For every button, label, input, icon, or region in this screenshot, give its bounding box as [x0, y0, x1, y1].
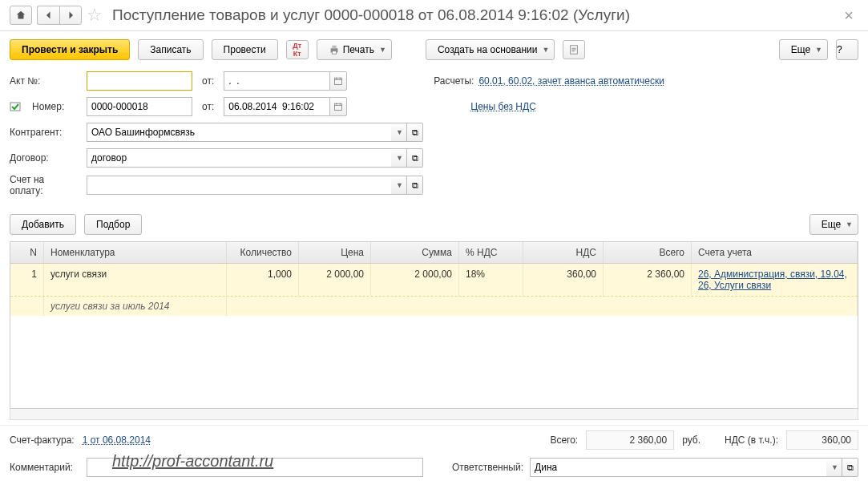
dropdown-button[interactable]: ▼: [391, 148, 407, 168]
open-icon: ⧉: [412, 153, 418, 164]
forward-button[interactable]: [59, 6, 82, 25]
save-button[interactable]: Записать: [138, 39, 203, 60]
table-row[interactable]: 1 услуги связи 1,000 2 000,00 2 000,00 1…: [10, 264, 858, 296]
number-input[interactable]: [87, 97, 192, 116]
page-title: Поступление товаров и услуг 0000-000018 …: [112, 6, 834, 24]
calendar-button[interactable]: [329, 71, 347, 91]
currency-label: руб.: [682, 434, 700, 446]
chevron-down-icon: ▼: [542, 46, 549, 54]
print-button[interactable]: Печать ▼: [317, 39, 392, 60]
vat-total-value: 360,00: [786, 430, 858, 450]
svg-rect-5: [10, 103, 20, 111]
comment-label: Комментарий:: [10, 462, 80, 473]
printer-icon: [329, 44, 340, 55]
doc-date-input[interactable]: [224, 97, 329, 116]
contract-label: Договор:: [10, 152, 80, 164]
open-button[interactable]: ⧉: [407, 123, 423, 142]
contractor-label: Контрагент:: [10, 127, 80, 138]
chevron-down-icon: ▼: [396, 154, 403, 162]
help-button[interactable]: ?: [836, 39, 858, 60]
calendar-icon: [333, 76, 343, 86]
home-button[interactable]: [10, 6, 32, 25]
from-label: от:: [202, 75, 214, 87]
favorite-star-icon[interactable]: ☆: [87, 5, 103, 26]
invoice-input[interactable]: [87, 176, 391, 195]
pick-button[interactable]: Подбор: [84, 214, 142, 235]
from-label-2: от:: [202, 101, 214, 112]
svg-rect-3: [571, 46, 578, 55]
chevron-down-icon: ▼: [846, 220, 853, 228]
chevron-down-icon: ▼: [396, 128, 403, 136]
calendar-button-2[interactable]: [329, 97, 347, 116]
create-based-button[interactable]: Создать на основании ▼: [426, 39, 555, 60]
dropdown-button[interactable]: ▼: [391, 176, 407, 195]
vat-total-label: НДС (в т.ч.):: [725, 434, 778, 446]
post-and-close-button[interactable]: Провести и закрыть: [10, 39, 130, 60]
col-sum[interactable]: Сумма: [371, 242, 459, 263]
document-icon: [568, 44, 579, 55]
grand-total-label: Всего:: [550, 434, 578, 446]
watermark-text: http://prof-accontant.ru: [112, 452, 273, 471]
open-button[interactable]: ⧉: [842, 458, 858, 477]
col-total[interactable]: Всего: [604, 242, 692, 263]
dropdown-button[interactable]: ▼: [826, 458, 842, 477]
report-button[interactable]: [563, 40, 585, 59]
prices-vat-link[interactable]: Цены без НДС: [470, 101, 536, 112]
open-icon: ⧉: [412, 180, 418, 191]
arrow-right-icon: [66, 10, 75, 20]
svg-rect-6: [335, 103, 342, 110]
responsible-label: Ответственный:: [452, 462, 523, 473]
dropdown-button[interactable]: ▼: [391, 123, 407, 142]
contractor-input[interactable]: [87, 123, 391, 142]
act-date-input[interactable]: [224, 71, 329, 91]
svg-rect-1: [332, 46, 336, 49]
arrow-left-icon: [44, 10, 54, 20]
invoice-fact-link[interactable]: 1 от 06.08.2014: [83, 434, 151, 446]
grand-total-value: 2 360,00: [586, 430, 674, 450]
number-label: Номер:: [32, 101, 80, 112]
chevron-down-icon: ▼: [379, 46, 386, 54]
dt-kt-button[interactable]: ДтКт: [286, 40, 309, 59]
svg-rect-2: [332, 51, 336, 55]
col-n[interactable]: N: [10, 242, 44, 263]
col-name[interactable]: Номенклатура: [44, 242, 227, 263]
calendar-icon: [333, 102, 343, 111]
open-icon: ⧉: [412, 127, 418, 138]
invoice-fact-label: Счет-фактура:: [10, 434, 75, 446]
act-number-label: Акт №:: [10, 75, 80, 87]
responsible-input[interactable]: [530, 458, 826, 477]
open-button[interactable]: ⧉: [407, 176, 423, 195]
act-number-input[interactable]: [87, 71, 192, 91]
table-row-desc[interactable]: услуги связи за июль 2014: [10, 296, 858, 316]
chevron-down-icon: ▼: [396, 181, 403, 189]
posted-flag-icon: [10, 101, 22, 112]
calculations-label: Расчеты:: [434, 75, 474, 87]
post-button[interactable]: Провести: [212, 39, 278, 60]
chevron-down-icon: ▼: [831, 463, 838, 471]
close-icon[interactable]: ×: [839, 6, 858, 25]
back-button[interactable]: [37, 6, 59, 25]
accounts-link[interactable]: 26, Администрация, связи, 19.04, 26, Усл…: [698, 269, 847, 291]
horizontal-scrollbar[interactable]: [10, 409, 858, 420]
col-vat[interactable]: НДС: [523, 242, 604, 263]
open-icon: ⧉: [847, 463, 854, 473]
add-row-button[interactable]: Добавить: [10, 214, 76, 235]
more-button[interactable]: Еще ▼: [779, 39, 828, 60]
invoice-label: Счет на оплату:: [10, 174, 80, 196]
chevron-down-icon: ▼: [815, 46, 822, 54]
col-price[interactable]: Цена: [299, 242, 371, 263]
calculations-link[interactable]: 60.01, 60.02, зачет аванса автоматически: [478, 75, 664, 87]
items-table: N Номенклатура Количество Цена Сумма % Н…: [10, 241, 858, 409]
table-more-button[interactable]: Еще ▼: [809, 214, 858, 235]
col-accounts[interactable]: Счета учета: [692, 242, 858, 263]
col-qty[interactable]: Количество: [227, 242, 299, 263]
col-vat-pct[interactable]: % НДС: [459, 242, 523, 263]
open-button[interactable]: ⧉: [407, 148, 423, 168]
home-icon: [15, 10, 26, 21]
contract-input[interactable]: [87, 148, 391, 168]
svg-rect-4: [335, 78, 342, 84]
